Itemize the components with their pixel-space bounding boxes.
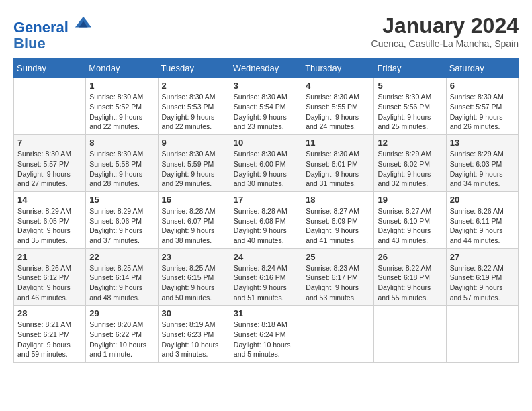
table-row: 27Sunrise: 8:22 AMSunset: 6:19 PMDayligh… <box>446 248 518 306</box>
day-info: Sunrise: 8:25 AMSunset: 6:15 PMDaylight:… <box>162 263 226 303</box>
day-info: Sunrise: 8:30 AMSunset: 5:53 PMDaylight:… <box>162 92 226 132</box>
table-row: 16Sunrise: 8:28 AMSunset: 6:07 PMDayligh… <box>158 191 230 248</box>
day-number: 19 <box>378 195 442 205</box>
day-number: 25 <box>306 252 370 262</box>
day-number: 4 <box>306 81 370 91</box>
day-number: 17 <box>234 195 298 205</box>
table-row <box>374 306 446 363</box>
day-info: Sunrise: 8:26 AMSunset: 6:12 PMDaylight:… <box>17 263 82 303</box>
day-info: Sunrise: 8:18 AMSunset: 6:24 PMDaylight:… <box>234 320 298 359</box>
header-sunday: Sunday <box>14 59 86 78</box>
day-info: Sunrise: 8:30 AMSunset: 6:01 PMDaylight:… <box>306 149 370 189</box>
day-number: 16 <box>162 195 226 205</box>
day-number: 28 <box>17 308 82 318</box>
month-title: January 2024 <box>371 13 519 38</box>
day-number: 5 <box>378 81 442 91</box>
table-row: 15Sunrise: 8:29 AMSunset: 6:06 PMDayligh… <box>86 191 158 248</box>
day-info: Sunrise: 8:21 AMSunset: 6:21 PMDaylight:… <box>17 320 82 359</box>
calendar-week-row: 7Sunrise: 8:30 AMSunset: 5:57 PMDaylight… <box>14 135 519 192</box>
table-row: 25Sunrise: 8:23 AMSunset: 6:17 PMDayligh… <box>302 248 374 306</box>
header-monday: Monday <box>86 59 158 78</box>
day-number: 30 <box>162 308 226 318</box>
calendar-week-row: 21Sunrise: 8:26 AMSunset: 6:12 PMDayligh… <box>14 248 519 306</box>
day-info: Sunrise: 8:22 AMSunset: 6:18 PMDaylight:… <box>378 263 442 303</box>
day-number: 1 <box>89 81 154 91</box>
day-info: Sunrise: 8:23 AMSunset: 6:17 PMDaylight:… <box>306 263 370 303</box>
table-row: 21Sunrise: 8:26 AMSunset: 6:12 PMDayligh… <box>14 248 86 306</box>
day-number: 23 <box>162 252 226 262</box>
day-number: 20 <box>450 195 515 205</box>
header-tuesday: Tuesday <box>158 59 230 78</box>
logo-icon <box>74 13 93 32</box>
day-number: 14 <box>17 195 82 205</box>
day-info: Sunrise: 8:30 AMSunset: 5:58 PMDaylight:… <box>89 149 154 189</box>
table-row: 14Sunrise: 8:29 AMSunset: 6:05 PMDayligh… <box>14 191 86 248</box>
table-row: 12Sunrise: 8:29 AMSunset: 6:02 PMDayligh… <box>374 135 446 192</box>
day-info: Sunrise: 8:30 AMSunset: 5:59 PMDaylight:… <box>162 149 226 189</box>
day-info: Sunrise: 8:30 AMSunset: 5:57 PMDaylight:… <box>17 149 82 189</box>
day-info: Sunrise: 8:29 AMSunset: 6:02 PMDaylight:… <box>378 149 442 189</box>
calendar-week-row: 14Sunrise: 8:29 AMSunset: 6:05 PMDayligh… <box>14 191 519 248</box>
table-row: 4Sunrise: 8:30 AMSunset: 5:55 PMDaylight… <box>302 78 374 135</box>
table-row: 30Sunrise: 8:19 AMSunset: 6:23 PMDayligh… <box>158 306 230 363</box>
day-info: Sunrise: 8:30 AMSunset: 5:55 PMDaylight:… <box>306 92 370 132</box>
logo-blue: Blue <box>13 35 46 52</box>
table-row <box>14 78 86 135</box>
table-row: 31Sunrise: 8:18 AMSunset: 6:24 PMDayligh… <box>230 306 302 363</box>
table-row: 5Sunrise: 8:30 AMSunset: 5:56 PMDaylight… <box>374 78 446 135</box>
day-info: Sunrise: 8:28 AMSunset: 6:07 PMDaylight:… <box>162 206 226 246</box>
table-row: 1Sunrise: 8:30 AMSunset: 5:52 PMDaylight… <box>86 78 158 135</box>
title-block: January 2024 Cuenca, Castille-La Mancha,… <box>371 13 519 49</box>
table-row: 3Sunrise: 8:30 AMSunset: 5:54 PMDaylight… <box>230 78 302 135</box>
day-number: 6 <box>450 81 515 91</box>
day-info: Sunrise: 8:26 AMSunset: 6:11 PMDaylight:… <box>450 206 515 246</box>
table-row: 22Sunrise: 8:25 AMSunset: 6:14 PMDayligh… <box>86 248 158 306</box>
table-row: 26Sunrise: 8:22 AMSunset: 6:18 PMDayligh… <box>374 248 446 306</box>
day-number: 21 <box>17 252 82 262</box>
table-row <box>302 306 374 363</box>
table-row: 11Sunrise: 8:30 AMSunset: 6:01 PMDayligh… <box>302 135 374 192</box>
day-info: Sunrise: 8:29 AMSunset: 6:03 PMDaylight:… <box>450 149 515 189</box>
day-info: Sunrise: 8:30 AMSunset: 5:56 PMDaylight:… <box>378 92 442 132</box>
day-info: Sunrise: 8:30 AMSunset: 5:52 PMDaylight:… <box>89 92 154 132</box>
calendar-table: Sunday Monday Tuesday Wednesday Thursday… <box>13 58 519 363</box>
day-info: Sunrise: 8:30 AMSunset: 5:54 PMDaylight:… <box>234 92 298 132</box>
day-number: 2 <box>162 81 226 91</box>
day-number: 15 <box>89 195 154 205</box>
weekday-header-row: Sunday Monday Tuesday Wednesday Thursday… <box>14 59 519 78</box>
header-wednesday: Wednesday <box>230 59 302 78</box>
table-row <box>446 306 518 363</box>
header-saturday: Saturday <box>446 59 518 78</box>
table-row: 19Sunrise: 8:27 AMSunset: 6:10 PMDayligh… <box>374 191 446 248</box>
day-info: Sunrise: 8:29 AMSunset: 6:05 PMDaylight:… <box>17 206 82 246</box>
day-info: Sunrise: 8:27 AMSunset: 6:09 PMDaylight:… <box>306 206 370 246</box>
page-header: General Blue January 2024 Cuenca, Castil… <box>13 13 519 52</box>
day-number: 3 <box>234 81 298 91</box>
table-row: 20Sunrise: 8:26 AMSunset: 6:11 PMDayligh… <box>446 191 518 248</box>
table-row: 2Sunrise: 8:30 AMSunset: 5:53 PMDaylight… <box>158 78 230 135</box>
table-row: 8Sunrise: 8:30 AMSunset: 5:58 PMDaylight… <box>86 135 158 192</box>
day-number: 29 <box>89 308 154 318</box>
day-number: 26 <box>378 252 442 262</box>
day-info: Sunrise: 8:24 AMSunset: 6:16 PMDaylight:… <box>234 263 298 303</box>
day-info: Sunrise: 8:19 AMSunset: 6:23 PMDaylight:… <box>162 320 226 359</box>
header-thursday: Thursday <box>302 59 374 78</box>
day-number: 10 <box>234 138 298 148</box>
day-number: 13 <box>450 138 515 148</box>
table-row: 7Sunrise: 8:30 AMSunset: 5:57 PMDaylight… <box>14 135 86 192</box>
logo: General Blue <box>13 13 93 52</box>
table-row: 6Sunrise: 8:30 AMSunset: 5:57 PMDaylight… <box>446 78 518 135</box>
table-row: 13Sunrise: 8:29 AMSunset: 6:03 PMDayligh… <box>446 135 518 192</box>
day-info: Sunrise: 8:30 AMSunset: 6:00 PMDaylight:… <box>234 149 298 189</box>
table-row: 10Sunrise: 8:30 AMSunset: 6:00 PMDayligh… <box>230 135 302 192</box>
table-row: 28Sunrise: 8:21 AMSunset: 6:21 PMDayligh… <box>14 306 86 363</box>
day-number: 7 <box>17 138 82 148</box>
day-number: 22 <box>89 252 154 262</box>
day-number: 27 <box>450 252 515 262</box>
day-number: 31 <box>234 308 298 318</box>
day-info: Sunrise: 8:27 AMSunset: 6:10 PMDaylight:… <box>378 206 442 246</box>
day-number: 12 <box>378 138 442 148</box>
day-number: 24 <box>234 252 298 262</box>
calendar-week-row: 1Sunrise: 8:30 AMSunset: 5:52 PMDaylight… <box>14 78 519 135</box>
day-info: Sunrise: 8:22 AMSunset: 6:19 PMDaylight:… <box>450 263 515 303</box>
